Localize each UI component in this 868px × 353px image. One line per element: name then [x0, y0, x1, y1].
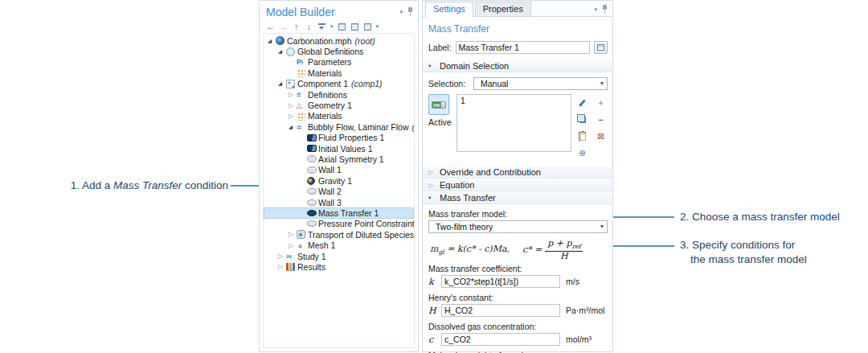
create-selection-button[interactable]: [577, 96, 588, 109]
settings-tabbar: Settings Properties ▾: [423, 1, 612, 17]
tree-item-wall1[interactable]: Wall 1: [264, 165, 414, 175]
tree-item-wall3[interactable]: Wall 3: [264, 197, 414, 207]
tree-item-component1[interactable]: ◢ Component 1(comp1): [264, 79, 414, 89]
active-toggle-button[interactable]: ON: [428, 94, 449, 115]
node-menu-caret-icon[interactable]: ▾: [376, 23, 379, 30]
symbol-c: c: [428, 335, 438, 345]
settings-section-title: Mass Transfer: [428, 23, 612, 35]
node-order-up-icon: [338, 23, 346, 31]
tree-item-initial-values1[interactable]: Initial Values 1: [264, 143, 414, 154]
add-to-selection-button[interactable]: +: [596, 96, 606, 109]
annotation-step3-line1: 3. Specify conditions for: [680, 238, 795, 252]
twisty-collapsed-icon[interactable]: ▷: [288, 91, 297, 98]
dropdown-caret-icon: ▾: [600, 223, 604, 230]
domain-selection-list[interactable]: 1: [457, 94, 571, 152]
node-order-down-button[interactable]: [350, 22, 359, 31]
mass-transfer-icon: [307, 210, 317, 216]
selection-dropdown[interactable]: Manual ▾: [473, 77, 608, 90]
pin-icon[interactable]: [407, 7, 413, 16]
domain-list-item[interactable]: 1: [461, 96, 567, 105]
collapse-all-button[interactable]: [317, 22, 326, 31]
clear-selection-button[interactable]: ⊠: [596, 129, 606, 143]
brush-icon: [579, 99, 585, 106]
axial-symmetry-icon: [307, 155, 317, 162]
model-builder-header: Model Builder ▾: [260, 1, 418, 19]
section-header-override[interactable]: ▷ Override and Contribution: [423, 166, 612, 179]
tree-item-carbonation[interactable]: ◢ Carbonation.mph(root): [264, 35, 414, 46]
panel-menu-caret-icon[interactable]: ▾: [399, 9, 403, 15]
annotation-step1-suffix: condition: [182, 179, 228, 191]
move-up-button[interactable]: ↑: [292, 22, 301, 31]
tree-item-mass-transfer1[interactable]: Mass Transfer 1: [264, 207, 414, 218]
global-definitions-icon: [286, 47, 297, 56]
field-caption-c: Dissolved gas concentration:: [428, 322, 608, 331]
symbol-H: H: [428, 306, 438, 316]
field-caption-k: Mass transfer coefficient:: [428, 264, 608, 273]
unit-c: mol/m³: [566, 335, 608, 344]
node-order-up-button[interactable]: [338, 22, 346, 31]
screenshot-root: 1. Add a Mass Transfer condition 2. Choo…: [0, 0, 868, 353]
tree-item-parameters[interactable]: Pi Parameters: [264, 57, 414, 68]
henrys-constant-input[interactable]: [441, 304, 560, 317]
rename-button[interactable]: [594, 41, 608, 54]
pin-icon[interactable]: [602, 5, 608, 14]
tree-item-materials-component[interactable]: ▷ Materials: [264, 111, 414, 121]
node-group-icon: [364, 23, 371, 31]
results-icon: [286, 263, 297, 271]
unit-k: m/s: [566, 277, 608, 286]
twisty-expanded-icon[interactable]: ◢: [277, 48, 286, 55]
tree-item-axial-symmetry1[interactable]: Axial Symmetry 1: [264, 154, 414, 164]
connector-line-step3: [608, 245, 674, 247]
tree-item-results[interactable]: ▷ Results: [264, 261, 414, 272]
section-collapsed-icon: ▷: [428, 182, 435, 189]
section-expanded-icon: ▾: [428, 195, 435, 201]
tab-settings[interactable]: Settings: [425, 2, 473, 17]
tree-item-fluid-properties1[interactable]: Fluid Properties 1: [264, 133, 414, 143]
initial-values-icon: [307, 145, 317, 152]
twisty-expanded-icon[interactable]: ◢: [288, 124, 297, 130]
twisty-collapsed-icon[interactable]: ▷: [288, 102, 297, 109]
tree-item-gravity1[interactable]: Gravity 1: [264, 175, 414, 186]
mass-transfer-model-dropdown[interactable]: Two-film theory ▾: [428, 220, 608, 233]
section-header-mass-transfer[interactable]: ▾ Mass Transfer: [423, 191, 612, 204]
move-down-button[interactable]: ↓: [305, 22, 313, 31]
node-order-down-icon: [351, 23, 358, 31]
zoom-to-selection-button[interactable]: ⊕: [577, 146, 588, 160]
dissolved-gas-concentration-input[interactable]: [441, 333, 560, 346]
tree-item-pressure-point-constraint1[interactable]: Pressure Point Constraint 1: [264, 219, 414, 229]
twisty-expanded-icon[interactable]: ◢: [277, 80, 286, 87]
node-group-button[interactable]: [363, 22, 372, 31]
twisty-expanded-icon[interactable]: ◢: [267, 38, 276, 44]
twisty-collapsed-icon[interactable]: ▷: [277, 263, 286, 270]
tree-item-study1[interactable]: ▷ ∞ Study 1: [264, 251, 414, 261]
annotation-step1-prefix: 1. Add a: [71, 179, 113, 191]
section-header-domain-selection[interactable]: ▾ Domain Selection: [423, 60, 612, 72]
tree-item-wall2[interactable]: Wall 2: [264, 186, 414, 196]
wall-icon: [307, 199, 317, 206]
twisty-collapsed-icon[interactable]: ▷: [288, 113, 297, 120]
annotation-step1-emphasis: Mass Transfer: [113, 179, 182, 191]
paste-selection-button[interactable]: [577, 129, 588, 143]
twisty-collapsed-icon[interactable]: ▷: [288, 231, 297, 238]
copy-selection-button[interactable]: [577, 113, 588, 126]
back-button[interactable]: ←: [266, 22, 275, 31]
collapse-menu-caret-icon[interactable]: ▾: [330, 23, 334, 30]
forward-button[interactable]: →: [279, 22, 288, 31]
tree-item-global-definitions[interactable]: ◢ Global Definitions: [264, 46, 414, 56]
remove-from-selection-button[interactable]: −: [596, 113, 606, 126]
label-input[interactable]: [456, 41, 590, 54]
tab-properties[interactable]: Properties: [475, 2, 531, 17]
mass-transfer-coefficient-input[interactable]: [441, 275, 560, 288]
model-builder-title: Model Builder: [266, 6, 335, 18]
tree-item-definitions[interactable]: ▷ ≡ Definitions: [264, 89, 414, 100]
tree-item-materials-global[interactable]: Materials: [264, 68, 414, 78]
model-tree: ◢ Carbonation.mph(root) ◢ Global Definit…: [263, 33, 415, 348]
twisty-collapsed-icon[interactable]: ▷: [277, 252, 286, 260]
tree-item-bubbly-flow[interactable]: ◢ ≈ Bubbly Flow, Laminar Flow(bf): [264, 121, 414, 132]
section-header-equation[interactable]: ▷ Equation: [423, 179, 612, 191]
twisty-collapsed-icon[interactable]: ▷: [288, 242, 297, 249]
panel-menu-caret-icon[interactable]: ▾: [594, 6, 597, 13]
tree-item-geometry1[interactable]: ▷ △ Geometry 1: [264, 100, 414, 110]
tree-item-transport-diluted-species[interactable]: ▷ Transport of Diluted Species(tds): [264, 229, 414, 240]
tree-item-mesh1[interactable]: ▷ ▲ Mesh 1: [264, 240, 414, 250]
